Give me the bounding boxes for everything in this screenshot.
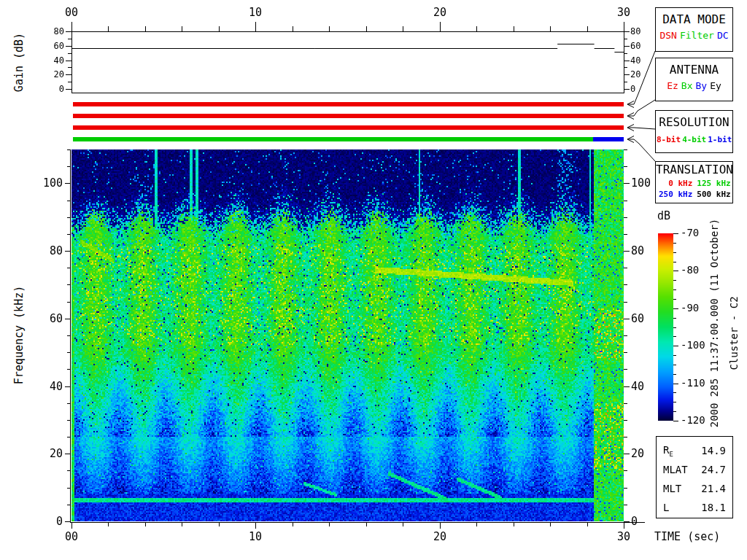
time-axis-tick-top: [145, 26, 146, 31]
colorbar-tick-label: -80: [681, 265, 714, 276]
resolution-box: RESOLUTION 8-bit4-bit1-bit: [655, 110, 733, 153]
freq-tick-label: 80: [34, 245, 63, 257]
freq-axis-tick: [624, 319, 630, 319]
time-axis-tick-bottom: [219, 523, 220, 526]
legend-item-ey: Ey: [710, 81, 721, 91]
freq-tick-label: 100: [34, 177, 63, 190]
colorbar-tick-label: -110: [681, 378, 714, 389]
status-bar-resolution: [73, 125, 624, 130]
colorbar-tick-label: -70: [681, 228, 714, 238]
gain-tick-label: 40: [630, 56, 652, 66]
freq-axis-tick: [65, 386, 71, 387]
translation-values-row1: 0 kHz125 kHz: [656, 178, 732, 189]
gain-axis-tick: [68, 67, 71, 68]
time-tick-label-bottom: 00: [55, 531, 88, 543]
colorbar-tick: [673, 421, 678, 421]
time-axis-tick-bottom: [476, 523, 477, 526]
freq-axis-tick: [624, 454, 630, 454]
freq-axis-tick: [624, 437, 627, 438]
freq-axis-tick: [624, 521, 630, 522]
gain-axis-tick: [66, 31, 71, 32]
ephemeris-row: MLT21.4: [657, 479, 732, 498]
colorbar-tick: [673, 299, 676, 300]
ephemeris-box: RE14.9MLAT24.7MLT21.4L18.1: [656, 436, 733, 518]
freq-axis-tick: [67, 505, 71, 505]
freq-axis-tick: [624, 488, 627, 489]
gain-axis-tick: [66, 46, 71, 47]
colorbar-tick-label: -90: [681, 303, 714, 314]
colorbar-tick: [673, 346, 678, 346]
freq-axis-tick: [67, 420, 71, 421]
time-axis-tick-top: [366, 26, 367, 31]
time-axis-tick-bottom: [440, 523, 441, 529]
colorbar-tick: [673, 402, 676, 402]
time-axis-tick-top: [71, 22, 72, 31]
data-mode-values: DSNFilterDC: [656, 31, 732, 41]
gain-axis-tick: [66, 74, 71, 75]
freq-axis-tick: [67, 437, 71, 438]
freq-axis-tick: [67, 234, 71, 235]
time-axis-tick-top: [440, 22, 441, 31]
freq-axis-tick: [624, 284, 627, 285]
gain-tick-label: 20: [42, 70, 64, 79]
freq-axis-tick: [624, 335, 627, 336]
colorbar-tick: [673, 308, 678, 309]
colorbar-tick: [673, 365, 676, 365]
time-axis-tick-bottom: [403, 523, 403, 526]
legend-item-500-khz: 500 kHz: [697, 189, 730, 200]
time-axis-tick-bottom: [145, 523, 146, 526]
freq-tick-label: 0: [631, 516, 660, 528]
colorbar-tick: [673, 384, 678, 384]
colorbar-tick: [673, 318, 676, 319]
time-tick-label-top: 10: [239, 7, 271, 19]
freq-axis-tick: [624, 403, 627, 404]
data-mode-box: DATA MODE DSNFilterDC: [655, 7, 733, 52]
time-tick-label-top: 00: [55, 7, 88, 19]
freq-axis-tick: [67, 302, 71, 303]
spectrogram-left-axis-line: [70, 149, 71, 523]
time-axis-tick-top: [514, 26, 514, 31]
time-tick-label-bottom: 20: [424, 531, 456, 543]
colorbar-tick: [673, 392, 676, 393]
status-bar-antenna: [73, 114, 624, 118]
status-bar-data-mode: [73, 102, 624, 106]
connector-arrow-translation: [627, 136, 655, 162]
ephemeris-row: L18.1: [657, 498, 732, 517]
time-axis-tick-top: [624, 22, 624, 31]
legend-item-1-bit: 1-bit: [708, 135, 732, 145]
freq-axis-tick: [624, 302, 627, 303]
colorbar-tick: [673, 252, 676, 253]
gain-tick-label: 60: [42, 42, 64, 51]
translation-values-row2: 250 kHz500 kHz: [656, 189, 732, 200]
freq-axis-tick: [67, 488, 71, 489]
freq-axis-tick: [624, 505, 627, 505]
freq-axis-tick: [67, 470, 71, 471]
freq-tick-label: 100: [631, 177, 660, 190]
freq-axis-tick: [65, 183, 71, 184]
ephemeris-label: MLT: [663, 483, 681, 494]
freq-tick-label: 20: [34, 448, 63, 460]
time-axis-tick-top: [108, 26, 109, 31]
time-axis-tick-bottom: [366, 523, 367, 526]
spectrogram-canvas: [71, 149, 624, 521]
gain-axis-tick: [624, 31, 630, 32]
ephemeris-label: RE: [663, 444, 673, 458]
legend-item-0-khz: 0 kHz: [657, 178, 692, 189]
time-axis-tick-bottom: [108, 523, 109, 526]
freq-axis-tick: [624, 183, 630, 184]
legend-item-by: By: [696, 81, 708, 91]
colorbar-tick-label: -120: [681, 415, 714, 426]
time-axis-tick-bottom: [587, 523, 588, 526]
gain-axis-tick: [624, 46, 630, 47]
legend-item-bx: Bx: [681, 81, 693, 91]
time-axis-tick-bottom: [514, 523, 514, 526]
gain-axis-tick: [624, 89, 630, 90]
legend-item-4-bit: 4-bit: [682, 135, 706, 145]
freq-axis-tick: [67, 268, 71, 268]
antenna-box: ANTENNA EzBxByEy: [655, 58, 733, 101]
gain-axis-title: Gain (dB): [14, 0, 25, 136]
time-tick-label-bottom: 30: [608, 531, 640, 543]
colorbar-tick-label: -100: [681, 340, 714, 351]
legend-item-250-khz: 250 kHz: [657, 189, 692, 200]
time-axis-tick-top: [403, 26, 403, 31]
